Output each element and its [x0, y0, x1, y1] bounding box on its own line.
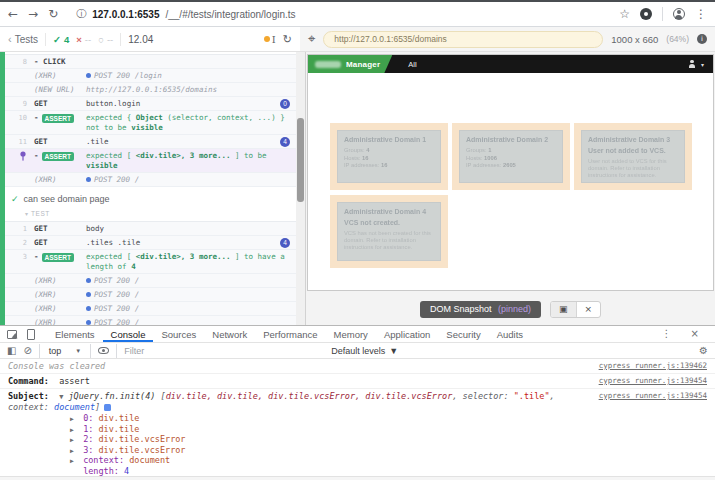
console-sidebar-icon[interactable]: ◧ — [7, 346, 16, 356]
forward-icon[interactable]: → — [28, 8, 38, 20]
tab-security[interactable]: Security — [438, 326, 488, 342]
expand-arrow-icon[interactable]: ▶ — [70, 457, 78, 467]
expand-arrow-icon[interactable]: ▶ — [70, 415, 78, 425]
tab-console[interactable]: Console — [103, 326, 154, 342]
test-title[interactable]: ✓ can see domain page — [0, 187, 305, 208]
tab-network[interactable]: Network — [204, 326, 255, 342]
page-info-icon[interactable]: ⓘ — [76, 7, 86, 21]
pin-icon — [19, 151, 27, 161]
clear-console-icon[interactable]: ⊘ — [23, 346, 31, 356]
xhr-row[interactable]: (XHR) POST 200 / — [5, 288, 296, 302]
expand-arrow-icon[interactable]: ▶ — [70, 426, 78, 436]
assert-row[interactable]: 10 - ASSERT expected { Object (selector,… — [5, 111, 296, 135]
command-row[interactable]: 11 GET .tile 4 — [5, 135, 296, 149]
expand-arrow-icon[interactable]: ▶ — [70, 436, 78, 446]
back-icon[interactable]: ← — [8, 8, 18, 20]
bracket: [ — [155, 391, 165, 401]
xhr-label: (XHR) — [34, 290, 86, 300]
app-logo[interactable]: Manager — [308, 55, 392, 73]
object-class: jQuery.fn.init(4) — [68, 391, 155, 401]
pinned-assert-row[interactable]: - ASSERT expected [ <div.tile>, 3 more..… — [3, 149, 296, 173]
devtools-menu-icon[interactable]: ⋮ — [662, 329, 672, 339]
tab-sources[interactable]: Sources — [153, 326, 204, 342]
domain-tile-4[interactable]: Administrative Domain 4 VCS not created.… — [337, 202, 441, 261]
rerun-tests-icon[interactable]: ↻ — [283, 33, 292, 46]
log-levels-selector[interactable]: Default levels ▼ — [331, 346, 398, 356]
tile-stat: IP addresses: 2605 — [466, 162, 556, 170]
reload-icon[interactable]: ↻ — [48, 8, 58, 20]
xhr-dot-icon — [86, 278, 91, 283]
address-bar[interactable]: ⓘ 127.0.0.1:6535/__/#/tests/integration/… — [68, 5, 609, 23]
expanded-caret-icon[interactable]: ▼ — [59, 393, 63, 401]
pin-slot — [5, 151, 27, 164]
xhr-row[interactable]: (XHR) POST 200 / — [5, 302, 296, 316]
stat-value: 16 — [362, 155, 368, 161]
reporter-scrollbar-thumb[interactable] — [297, 118, 304, 202]
new-url-row[interactable]: (NEW URL) http://127.0.0.1:6535/domains — [5, 83, 296, 97]
pending-count[interactable]: ○ -- — [98, 34, 113, 45]
element-count-badge: 4 — [280, 137, 290, 147]
source-link[interactable]: cypress_runner.js:139462 — [599, 361, 707, 371]
viewport-info-icon[interactable]: i — [697, 34, 707, 44]
domain-tile-2[interactable]: Administrative Domain 2 Groups: 1 Hosts:… — [459, 130, 563, 183]
live-expression-eye-icon[interactable] — [98, 347, 109, 354]
domain-tile-3[interactable]: Administrative Domain 3 User not added t… — [581, 130, 685, 183]
domain-tile-1[interactable]: Administrative Domain 1 Groups: 4 Hosts:… — [337, 130, 441, 183]
command-row[interactable]: 1 GET body — [5, 222, 296, 236]
snapshot-highlight-button[interactable]: ▣ — [551, 302, 577, 317]
command-row[interactable]: 8 - CLICK — [5, 55, 296, 69]
assert-method: - ASSERT — [34, 252, 86, 262]
toolbar-divider — [90, 344, 91, 358]
tab-memory[interactable]: Memory — [326, 326, 376, 342]
snapshot-close-button[interactable]: × — [577, 302, 601, 317]
devtools-close-icon[interactable]: × — [691, 329, 699, 339]
tab-elements[interactable]: Elements — [47, 326, 103, 342]
profile-icon[interactable] — [673, 8, 685, 20]
property-key: 2: — [83, 434, 98, 444]
xhr-row[interactable]: (XHR) POST 200 / — [5, 274, 296, 288]
failed-count[interactable]: × -- — [76, 34, 91, 45]
device-toolbar-icon[interactable] — [27, 329, 35, 340]
command-number: 9 — [5, 99, 27, 109]
viewport-size: 1000 x 660 — [611, 34, 658, 45]
tab-performance[interactable]: Performance — [255, 326, 325, 342]
selector-playground-icon[interactable]: ⌖ — [308, 31, 315, 47]
console-settings-gear-icon[interactable]: ⚙ — [699, 346, 708, 356]
browser-menu-icon[interactable]: ⋮ — [695, 8, 707, 20]
context-selector[interactable]: top ▼ — [47, 346, 83, 356]
aut-url-bar[interactable]: http://127.0.0.1:6535/domains — [323, 31, 603, 48]
command-row[interactable]: 2 GET .tiles .tile 4 — [5, 236, 296, 250]
viewport-scale: (64%) — [666, 34, 689, 44]
tab-application[interactable]: Application — [376, 326, 438, 342]
xhr-row[interactable]: (XHR) POST 200 / — [5, 173, 296, 187]
passed-count[interactable]: ✓ 4 — [53, 34, 69, 45]
source-link[interactable]: cypress_runner.js:139454 — [599, 376, 707, 386]
command-row[interactable]: 9 GET button.login 0 — [5, 97, 296, 111]
bookmark-star-icon[interactable]: ☆ — [619, 8, 630, 20]
devtools-panel: Elements Console Sources Network Perform… — [0, 325, 715, 480]
xhr-text: POST 200 / — [94, 304, 139, 313]
assert-row[interactable]: 3 - ASSERT expected [ <div.tile>, 3 more… — [5, 250, 296, 274]
extension-icon[interactable] — [640, 8, 652, 20]
app-nav-all[interactable]: All — [408, 60, 416, 69]
commands-previous-test: 8 - CLICK (XHR) POST 200 /login (NEW URL… — [5, 54, 296, 187]
back-to-tests-button[interactable]: ‹ Tests — [8, 33, 38, 45]
console-filter-input[interactable] — [124, 346, 324, 356]
assert-bold: visible — [86, 161, 118, 170]
message-key: Command: — [8, 376, 54, 386]
assert-bold: Object — [136, 113, 163, 122]
xhr-row[interactable]: (XHR) POST 200 /login — [5, 69, 296, 83]
app-user-menu[interactable]: ▾ — [688, 60, 713, 68]
app-brand-label: Manager — [346, 60, 380, 69]
tab-audits[interactable]: Audits — [489, 326, 531, 342]
auto-scroll-indicator[interactable]: I — [264, 34, 276, 45]
test-hook-header[interactable]: ▾ TEST — [0, 208, 305, 219]
xhr-row[interactable]: (XHR) POST 200 / — [5, 316, 296, 325]
inspect-element-icon[interactable] — [7, 330, 17, 339]
app-logo-mark — [315, 61, 341, 68]
chevron-down-icon: ▼ — [389, 346, 398, 356]
user-icon — [688, 60, 696, 68]
expand-arrow-icon[interactable]: ▶ — [70, 447, 78, 457]
source-link[interactable]: cypress_runner.js:139454 — [599, 391, 707, 401]
tile-title: Administrative Domain 2 — [466, 136, 556, 143]
